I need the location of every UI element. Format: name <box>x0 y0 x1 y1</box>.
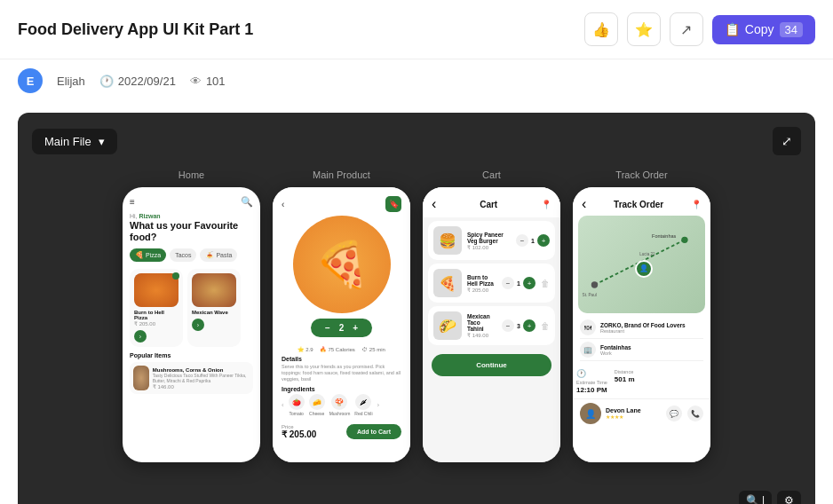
track-phone-frame: ‹ Track Order 📍 Fontainhas St. Paul Luci <box>573 187 710 462</box>
location-pin-icon: 📍 <box>541 200 551 209</box>
ingredient-tomato: 🍅 Tomato <box>289 394 305 416</box>
restaurant-icon: 🍽 <box>580 319 596 335</box>
driver-stars: ★★★★ <box>606 413 641 420</box>
track-loc-1-info: ZORKO, Brand Of Food Lovers Restaurant <box>600 322 686 334</box>
arrow-button-2[interactable]: › <box>192 319 204 331</box>
pasta-icon: 🍝 <box>205 251 214 259</box>
rating-item: ⭐ 2.9 <box>298 346 313 352</box>
time-item: ⏱ 25 min <box>362 346 385 352</box>
pizza-image-2 <box>192 273 236 307</box>
copy-button[interactable]: 📋 Copy 34 <box>712 15 815 44</box>
share-button[interactable]: ↗ <box>670 12 703 46</box>
plus-icon[interactable]: + <box>353 323 358 333</box>
star-button[interactable]: ⭐ <box>627 12 661 46</box>
cart-item-1: 🍔 Spicy Paneer Veg Burger ₹ 102.00 − 1 + <box>428 221 555 260</box>
continue-button[interactable]: Continue <box>432 354 551 376</box>
clock-icon: ⏱ <box>362 347 368 352</box>
cart-item-2-name: Burn to Hell Pizza <box>467 274 496 287</box>
estimate-label: Estimate Time <box>576 380 607 385</box>
ingredients-row: ‹ 🍅 Tomato 🧀 Cheese 🍄 Mush <box>282 394 401 416</box>
qty-num-1: 1 <box>531 238 535 244</box>
cheese-icon: 🧀 <box>309 394 325 410</box>
track-header: ‹ Track Order 📍 <box>573 187 710 216</box>
qty-minus-3[interactable]: − <box>502 319 514 332</box>
search-icon: 🔍 <box>241 196 253 208</box>
cart-section: Cart ‹ Cart 📍 🍔 Spicy Paneer Veg Burger <box>423 169 560 462</box>
cart-item-3: 🌮 Mexican Taco Tahini ₹ 149.00 − 3 + 🗑 <box>428 306 555 345</box>
file-dropdown[interactable]: Main File ▾ <box>32 129 117 154</box>
popular-item-image <box>133 366 149 390</box>
message-button[interactable]: 💬 <box>666 406 682 421</box>
home-label: Home <box>178 169 204 180</box>
driver-avatar-map: 👤 <box>635 260 653 278</box>
qty-minus-2[interactable]: − <box>502 277 514 289</box>
delete-icon-2[interactable]: 🗑 <box>541 279 550 288</box>
price-info: Price ₹ 205.00 <box>282 424 316 439</box>
cart-item-2: 🍕 Burn to Hell Pizza ₹ 205.00 − 1 + 🗑 <box>428 264 555 303</box>
estimate-time-value: 12:10 PM <box>576 386 607 394</box>
settings-button[interactable]: ⚙ <box>777 491 801 504</box>
like-button[interactable]: 👍 <box>584 12 618 46</box>
food-card-1[interactable]: Burn to Hell Pizza ₹ 205.00 › <box>130 269 183 347</box>
tomato-icon: 🍅 <box>289 394 305 410</box>
page-title: Food Delivery App UI Kit Part 1 <box>18 20 253 39</box>
minus-icon[interactable]: − <box>325 323 330 333</box>
track-location-icon: 📍 <box>691 200 702 209</box>
back-arrow-icon[interactable]: ‹ <box>282 200 284 209</box>
tacos-pill[interactable]: Tacos <box>170 248 196 262</box>
cart-title: Cart <box>436 200 541 209</box>
qty-minus-1[interactable]: − <box>516 234 528 247</box>
cart-item-2-qty: − 1 + <box>502 277 536 289</box>
arrow-button-1[interactable]: › <box>134 330 147 343</box>
qty-plus-2[interactable]: + <box>523 277 536 289</box>
price-row: Price ₹ 205.00 Add to Cart <box>273 421 410 443</box>
view-count: 👁 101 <box>190 75 226 88</box>
cart-item-1-name: Spicy Paneer Veg Burger <box>467 232 511 244</box>
add-to-cart-button[interactable]: Add to Cart <box>346 424 401 439</box>
cart-item-3-price: ₹ 149.00 <box>467 332 496 338</box>
canvas-area: Main File ▾ ⤢ Home ≡ 🔍 Hi, Rizwan What u… <box>18 113 815 504</box>
expand-button[interactable]: ⤢ <box>773 127 801 155</box>
cart-screen: ‹ Cart 📍 🍔 Spicy Paneer Veg Burger ₹ 102… <box>423 187 560 462</box>
meta-row: E Elijah 🕐 2022/09/21 👁 101 <box>0 59 833 102</box>
svg-point-0 <box>591 281 598 287</box>
work-icon: 🏢 <box>580 342 596 358</box>
cart-item-2-price: ₹ 205.00 <box>467 287 496 293</box>
driver-actions: 💬 📞 <box>666 406 703 421</box>
product-section: Main Product ‹ 🔖 🍕 − 2 + ⭐ <box>273 169 410 462</box>
cart-item-1-info: Spicy Paneer Veg Burger ₹ 102.00 <box>467 232 511 250</box>
popular-item[interactable]: Mushrooms, Corns & Onion Tasty Delicious… <box>130 362 253 394</box>
calories-value: 75 Calories <box>328 347 354 352</box>
delete-icon-3[interactable]: 🗑 <box>541 321 550 331</box>
pizza-hero-image: 🍕 <box>293 216 391 313</box>
zoom-button[interactable]: 🔍 | <box>739 491 772 504</box>
ingredients-prev[interactable]: ‹ <box>282 401 284 409</box>
track-stats: 🕐 Estimate Time 12:10 PM Distance 501 m <box>573 365 710 398</box>
qty-plus-3[interactable]: + <box>523 319 536 332</box>
cart-phone-frame: ‹ Cart 📍 🍔 Spicy Paneer Veg Burger ₹ 102… <box>423 187 560 462</box>
track-location-1: 🍽 ZORKO, Brand Of Food Lovers Restaurant <box>580 317 703 339</box>
home-phone-frame: ≡ 🔍 Hi, Rizwan What us your Favourite fo… <box>123 187 260 462</box>
pizza-pill[interactable]: 🍕 Pizza <box>130 248 166 262</box>
track-back-arrow[interactable]: ‹ <box>582 196 586 212</box>
pasta-pill[interactable]: 🍝 Pasta <box>200 248 237 262</box>
ingredients-next[interactable]: › <box>377 401 380 409</box>
pizza-icon: 🍕 <box>135 251 144 259</box>
bookmark-icon[interactable]: 🔖 <box>385 196 401 212</box>
qty-plus-1[interactable]: + <box>537 234 550 247</box>
calendar-icon: 🕐 <box>99 75 114 88</box>
distance-stat: Distance 501 m <box>615 369 635 394</box>
pizza-image-cart: 🍕 <box>433 269 462 297</box>
home-headline: What us your Favourite food? <box>130 220 253 243</box>
popular-item-desc: Tasty Delicious Taco Stuffed With Paneer… <box>153 373 250 383</box>
home-topbar: ≡ 🔍 <box>130 196 253 208</box>
cart-item-1-qty: − 1 + <box>516 234 550 247</box>
copy-count: 34 <box>780 22 803 37</box>
call-button[interactable]: 📞 <box>687 406 703 421</box>
chevron-down-icon: ▾ <box>99 135 105 148</box>
food-card-2[interactable]: Mexican Wave › <box>187 269 241 347</box>
product-topbar: ‹ 🔖 <box>273 187 410 216</box>
home-screen: ≡ 🔍 Hi, Rizwan What us your Favourite fo… <box>123 187 260 462</box>
home-section: Home ≡ 🔍 Hi, Rizwan What us your Favouri… <box>123 169 260 462</box>
qty-num-2: 1 <box>517 280 520 287</box>
